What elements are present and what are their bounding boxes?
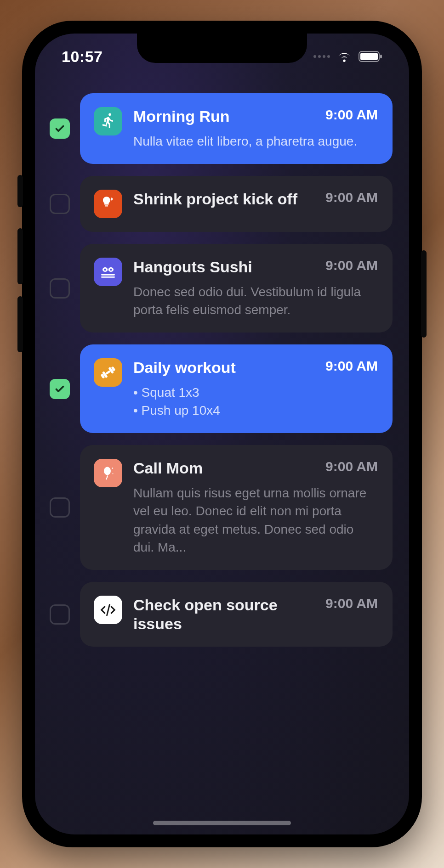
task-card-body: Hangouts Sushi9:00 AMDonec sed odio dui.… [133, 258, 378, 319]
task-time: 9:00 AM [325, 596, 378, 611]
task-row: Call Mom9:00 AMNullam quis risus eget ur… [50, 445, 393, 570]
task-time: 9:00 AM [325, 107, 378, 123]
phone-side-button [17, 228, 23, 284]
svg-rect-8 [101, 274, 115, 276]
task-card-header: Check open source issues9:00 AM [133, 596, 378, 633]
status-time: 10:57 [62, 48, 102, 66]
phone-frame: 10:57 Morning Run9:00 AMNulla vitae elit… [22, 21, 422, 847]
task-title: Call Mom [133, 459, 203, 478]
check-icon [54, 383, 66, 395]
dumbbell-icon [94, 358, 122, 387]
runner-icon [94, 107, 122, 135]
svg-point-16 [112, 468, 113, 469]
phone-screen: 10:57 Morning Run9:00 AMNulla vitae elit… [35, 34, 409, 834]
svg-point-7 [110, 269, 112, 271]
task-description: • Squat 1x3 • Push up 10x4 [133, 383, 378, 419]
task-card[interactable]: Morning Run9:00 AMNulla vitae elit liber… [80, 93, 393, 164]
checkbox-unchecked[interactable] [50, 278, 70, 299]
checkbox-unchecked[interactable] [50, 497, 70, 518]
task-card[interactable]: Hangouts Sushi9:00 AMDonec sed odio dui.… [80, 244, 393, 333]
phone-side-button [421, 250, 427, 338]
cellular-dots-icon [313, 55, 330, 58]
task-row: Daily workout9:00 AM • Squat 1x3 • Push … [50, 344, 393, 433]
checkbox-unchecked[interactable] [50, 604, 70, 625]
task-card[interactable]: Check open source issues9:00 AM [80, 582, 393, 647]
task-row: Hangouts Sushi9:00 AMDonec sed odio dui.… [50, 244, 393, 333]
task-card-body: Daily workout9:00 AM • Squat 1x3 • Push … [133, 358, 378, 419]
bulb-gear-icon [94, 190, 122, 218]
task-card[interactable]: Call Mom9:00 AMNullam quis risus eget ur… [80, 445, 393, 570]
task-card-header: Morning Run9:00 AM [133, 107, 378, 126]
task-card-header: Call Mom9:00 AM [133, 459, 378, 478]
svg-rect-1 [360, 53, 378, 60]
task-card[interactable]: Shrink project kick off9:00 AM [80, 176, 393, 232]
task-title: Hangouts Sushi [133, 258, 252, 276]
checkbox-checked[interactable] [50, 379, 70, 399]
phone-side-button [17, 296, 23, 352]
task-time: 9:00 AM [325, 190, 378, 205]
svg-point-17 [112, 473, 113, 474]
task-description: Nulla vitae elit libero, a pharetra augu… [133, 132, 378, 150]
task-card-body: Morning Run9:00 AMNulla vitae elit liber… [133, 107, 378, 150]
svg-point-15 [104, 467, 111, 475]
task-description: Donec sed odio dui. Vestibulum id ligula… [133, 283, 378, 319]
task-time: 9:00 AM [325, 358, 378, 374]
task-card-body: Shrink project kick off9:00 AM [133, 190, 378, 218]
checkbox-unchecked[interactable] [50, 194, 70, 214]
task-description: Nullam quis risus eget urna mollis ornar… [133, 484, 378, 556]
svg-rect-9 [101, 276, 115, 278]
sushi-icon [94, 258, 122, 286]
svg-rect-2 [380, 55, 382, 58]
task-row: Morning Run9:00 AMNulla vitae elit liber… [50, 93, 393, 164]
battery-icon [359, 51, 382, 62]
phone-notch [137, 34, 307, 63]
task-list[interactable]: Morning Run9:00 AMNulla vitae elit liber… [35, 89, 409, 834]
balloon-icon [94, 459, 122, 487]
task-row: Check open source issues9:00 AM [50, 582, 393, 647]
status-indicators [313, 51, 382, 62]
task-title: Morning Run [133, 107, 230, 126]
task-card-body: Call Mom9:00 AMNullam quis risus eget ur… [133, 459, 378, 556]
code-icon [94, 596, 122, 624]
task-card-header: Daily workout9:00 AM [133, 358, 378, 377]
task-card-body: Check open source issues9:00 AM [133, 596, 378, 633]
svg-rect-12 [105, 370, 111, 375]
wifi-icon [336, 51, 352, 62]
check-icon [54, 123, 66, 135]
task-card-header: Hangouts Sushi9:00 AM [133, 258, 378, 276]
task-time: 9:00 AM [325, 258, 378, 273]
task-card[interactable]: Daily workout9:00 AM • Squat 1x3 • Push … [80, 344, 393, 433]
task-card-header: Shrink project kick off9:00 AM [133, 190, 378, 209]
task-title: Shrink project kick off [133, 190, 297, 209]
phone-side-button [17, 175, 23, 207]
task-title: Check open source issues [133, 596, 316, 633]
task-row: Shrink project kick off9:00 AM [50, 176, 393, 232]
checkbox-checked[interactable] [50, 118, 70, 139]
svg-point-6 [104, 269, 106, 271]
task-time: 9:00 AM [325, 459, 378, 474]
home-indicator[interactable] [153, 821, 291, 825]
task-title: Daily workout [133, 358, 236, 377]
